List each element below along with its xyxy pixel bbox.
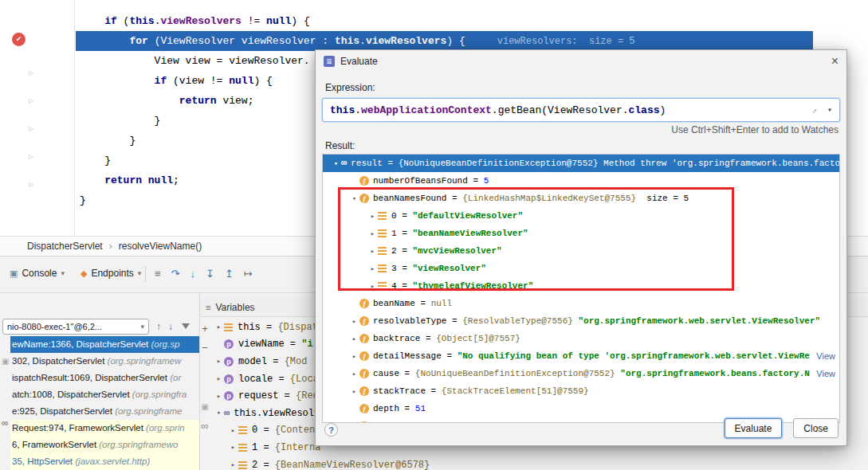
collapse-arrow-icon[interactable]: ▾ [349,194,359,203]
expand-arrow-icon[interactable]: ▸ [349,387,359,396]
result-tree-row[interactable]: ▸4 = "thymeleafViewResolver" [323,277,839,295]
dialog-title: Evaluate [340,56,378,67]
expand-arrow-icon[interactable]: ▸ [214,323,224,331]
expand-arrow-icon[interactable]: ▸ [214,357,224,366]
previous-frame-icon[interactable]: ↑ [156,321,161,332]
thread-selector[interactable]: nio-8080-exec-1"@6,2... ▾ [2,319,149,335]
stack-frame-row[interactable]: atch:1008, DispatcherServlet (org.spring… [10,386,199,403]
close-icon[interactable]: × [831,55,839,68]
row-text: 3 = "viewResolver" [391,264,486,273]
run-to-cursor-icon[interactable]: ↦ [244,268,253,280]
frame-package: (or [170,373,181,382]
result-tree-row[interactable]: ▾∞result = {NoUniqueBeanDefinitionExcept… [323,155,839,172]
expand-arrow-icon[interactable]: ▸ [349,422,359,424]
view-link[interactable]: View [810,351,839,361]
tab-label: Endpoints [91,268,133,279]
remove-watch-icon[interactable]: − [202,338,208,357]
array-element-icon [378,229,387,237]
evaluate-button[interactable]: Evaluate [725,418,783,438]
result-tree-row[interactable]: fnumberOfBeansFound = 5 [323,172,839,190]
text-segment: view; [222,95,253,107]
expand-arrow-icon[interactable]: ▸ [349,335,359,343]
expand-arrow-icon[interactable]: ▸ [214,374,224,383]
result-tree-row[interactable]: ▸fbacktrace = {Object[5]@7557} [323,330,839,347]
result-tree-row[interactable]: fbeanName = null [323,295,839,312]
row-text: 0 = "defaultViewResolver" [391,211,523,221]
array-element-icon [238,426,247,434]
text-segment: } [155,115,161,127]
stack-frame-row[interactable]: Request:974, FrameworkServlet (org.sprin [10,420,199,437]
gutter-mark-icon: ▹ [29,67,33,78]
result-tree-row[interactable]: ▸fresolvableType = {ResolvableType@7556}… [323,312,839,330]
result-tree-row[interactable]: ▸fdetailMessage = "No qualifying bean of… [323,347,839,365]
step-out-icon[interactable]: ↥ [225,268,234,280]
result-tree-row[interactable]: ▸0 = "defaultViewResolver" [323,207,839,225]
expand-arrow-icon[interactable]: ▸ [349,370,359,378]
chevron-down-icon[interactable]: ▾ [827,105,832,115]
text-segment: beanNamesFound [373,194,446,203]
text-segment: "defaultViewResolver" [412,211,523,221]
add-watch-icon[interactable]: + [202,319,208,338]
tab-console[interactable]: ▣ Console ▾ [3,264,71,284]
expand-arrow-icon[interactable]: ▸ [349,317,359,326]
step-into-icon[interactable]: ↓ [190,268,196,280]
row-text: numberOfBeansFound = 5 [373,176,489,186]
expand-arrow-icon[interactable]: ▸ [214,392,224,401]
step-over-icon[interactable]: ↷ [171,268,180,280]
stack-frame-row[interactable]: ispatchResult:1069, DispatcherServlet (o… [10,370,199,386]
text-segment: ; [173,174,179,186]
expand-arrow-icon[interactable]: ▸ [367,264,378,273]
row-text: resolvableType = {ResolvableType@7556} "… [373,316,820,326]
expression-input[interactable]: this.webApplicationContext.getBean(ViewR… [322,98,840,122]
stack-frame-row[interactable]: 6, FrameworkServlet (org.springframewo [10,437,199,453]
watches-icon[interactable]: ∞ [2,417,9,429]
layout-settings-icon[interactable]: ≡ [155,268,161,280]
collapse-arrow-icon[interactable]: ▾ [214,409,224,417]
result-tree-row[interactable]: ▸fstackTrace = {StackTraceElement[51]@75… [323,382,839,400]
filter-frames-icon[interactable] [182,323,190,329]
result-tree-row[interactable]: ▸2 = "mvcViewResolver" [323,242,839,260]
expand-editor-icon[interactable]: ↗ [811,105,817,116]
stack-frame-row[interactable]: e:925, DispatcherServlet (org.springfram… [10,403,199,420]
result-tree-row[interactable]: ▸1 = "beanNameViewResolver" [323,225,839,242]
expand-arrow-icon[interactable]: ▸ [228,460,238,469]
breadcrumb-item-class[interactable]: DispatcherServlet [27,241,103,252]
force-step-into-icon[interactable]: ↧ [206,268,214,280]
text-segment: this [129,15,154,27]
tab-endpoints[interactable]: ◆ Endpoints ▾ [74,264,147,284]
stack-frame-row[interactable]: ewName:1366, DispatcherServlet (org.sp [10,336,199,353]
expand-arrow-icon[interactable]: ▸ [228,426,238,435]
copy-icon[interactable]: ▣ [2,357,9,366]
help-icon[interactable]: ? [324,423,338,437]
parameter-icon: p [224,339,234,349]
expand-arrow-icon[interactable]: ▸ [367,282,378,291]
watches-icon[interactable]: ∞ [201,416,208,435]
text-segment: = [257,442,275,453]
breakpoint-icon[interactable]: ✔ [12,33,26,46]
expand-arrow-icon[interactable]: ▸ [367,212,378,221]
copy-icon[interactable]: ▣ [201,397,208,416]
frame-location: 35, HttpServlet [12,456,75,466]
expand-arrow-icon[interactable]: ▸ [367,247,378,256]
breadcrumb-item-method[interactable]: resolveViewName() [119,241,202,252]
expand-arrow-icon[interactable]: ▸ [349,352,359,361]
row-text: 0 = {Conten [252,425,315,436]
result-tree-row[interactable]: ▸3 = "viewResolver" [323,260,839,277]
variable-row[interactable]: ▸2 = {BeanNameViewResolver@6578} [212,456,810,470]
next-frame-icon[interactable]: ↓ [168,321,173,332]
close-button[interactable]: Close [793,418,839,438]
variables-panel-title: Variables [215,302,254,313]
expand-arrow-icon[interactable]: ▸ [228,443,238,452]
expand-arrow-icon[interactable]: ▸ [367,229,378,238]
stack-frame-row[interactable]: 302, DispatcherServlet (org.springframew [10,353,199,370]
text-segment: depth [373,404,399,413]
text-segment: "i [301,339,312,350]
text-segment: 2 [252,460,257,470]
result-label: Result: [325,140,355,151]
result-tree-row[interactable]: ▸fcause = {NoUniqueBeanDefinitionExcepti… [323,365,839,382]
stack-frame-row[interactable]: 35, HttpServlet (javax.servlet.http) [10,453,199,470]
view-link[interactable]: View [810,369,839,378]
collapse-arrow-icon[interactable]: ▾ [331,159,341,168]
result-tree-row[interactable]: ▾fbeanNamesFound = {LinkedHashMap$Linked… [323,190,839,207]
result-tree-row[interactable]: fdepth = 51 [323,400,839,417]
